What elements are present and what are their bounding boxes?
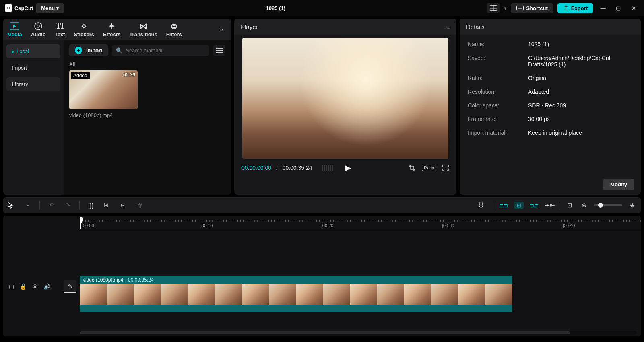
tab-transitions[interactable]: ⋈Transitions — [129, 22, 157, 37]
side-import[interactable]: Import — [6, 61, 60, 75]
side-local[interactable]: ▸Local — [6, 44, 60, 58]
link-button[interactable]: ⇥⇤ — [545, 202, 553, 209]
tab-effects[interactable]: ✦Effects — [103, 22, 120, 37]
media-content: + Import 🔍 All Added 00:36 — [64, 40, 231, 195]
magnet-center-button[interactable]: ⊞ — [514, 202, 524, 209]
magnet-left-button[interactable]: ⊏⊐ — [499, 202, 508, 209]
preview-button[interactable]: ⊡ — [565, 202, 574, 209]
detail-ratio-value: Original — [528, 75, 633, 81]
tab-stickers[interactable]: ✧Stickers — [74, 22, 94, 37]
thumbnail-image: Added 00:36 — [69, 70, 138, 109]
clip-filename: video (1080p).mp4 — [83, 277, 123, 283]
detail-resolution-label: Resolution: — [468, 89, 528, 95]
track-mute-icon[interactable]: 🔊 — [43, 283, 50, 290]
search-box[interactable]: 🔍 — [112, 45, 209, 56]
crop-icon[interactable] — [408, 164, 416, 172]
detail-saved-label: Saved: — [468, 55, 528, 68]
plus-icon: + — [75, 47, 82, 54]
media-tabs: Media Audio TIText ✧Stickers ✦Effects ⋈T… — [3, 19, 231, 40]
player-menu-icon[interactable]: ≡ — [446, 23, 450, 30]
added-badge: Added — [71, 72, 90, 79]
split-tool[interactable]: ][ — [87, 202, 96, 209]
search-input[interactable] — [126, 47, 205, 54]
all-label: All — [69, 61, 225, 67]
list-view-button[interactable] — [213, 45, 225, 56]
transitions-icon: ⋈ — [139, 22, 147, 31]
redo-button[interactable]: ↷ — [63, 202, 72, 209]
import-button[interactable]: + Import — [69, 44, 108, 56]
detail-name-label: Name: — [468, 41, 528, 47]
tab-text[interactable]: TIText — [55, 22, 65, 37]
clip-frames — [80, 284, 512, 305]
timeline-scrollbar[interactable] — [80, 331, 637, 335]
zoom-in-button[interactable]: ⊕ — [628, 202, 637, 209]
player-viewport[interactable] — [242, 38, 448, 159]
cursor-tool[interactable] — [7, 202, 16, 209]
timeline-clip[interactable]: video (1080p).mp4 00:00:35:24 — [80, 276, 512, 312]
detail-framerate-label: Frame rate: — [468, 116, 528, 122]
fullscreen-icon[interactable] — [442, 164, 449, 171]
timeline-toolbar: ▾ ↶ ↷ ][ 🗑 ⊏⊐ ⊞ ⊐⊏ ⇥⇤ ⊡ ⊖ ⊕ — [3, 197, 641, 213]
effects-icon: ✦ — [108, 22, 115, 31]
detail-resolution-value: Adapted — [528, 89, 633, 95]
logo-icon: ✂ — [5, 4, 12, 12]
chevron-down-icon[interactable]: ▾ — [504, 5, 507, 11]
trim-right-tool[interactable] — [119, 202, 128, 208]
detail-colorspace-value: SDR - Rec.709 — [528, 102, 633, 109]
delete-button[interactable]: 🗑 — [135, 202, 144, 209]
upload-icon — [563, 5, 569, 11]
details-panel: Details Name:1025 (1) Saved:C:/Users/Adm… — [460, 19, 641, 195]
keyboard-icon — [516, 6, 524, 10]
track-lock-icon[interactable]: 🔓 — [20, 283, 27, 290]
playhead[interactable] — [80, 218, 80, 229]
track-video-icon[interactable]: ▢ — [9, 283, 14, 290]
play-button[interactable]: ▶ — [345, 163, 351, 172]
clip-duration: 00:00:35:24 — [128, 277, 153, 283]
ratio-button[interactable]: Ratio — [422, 165, 436, 171]
timecode-total: 00:00:35:24 — [283, 165, 312, 171]
shortcut-button[interactable]: Shortcut — [511, 3, 553, 13]
tab-filters[interactable]: ⊚Filters — [166, 22, 182, 37]
zoom-out-button[interactable]: ⊖ — [580, 202, 588, 209]
cursor-dropdown[interactable]: ▾ — [23, 203, 32, 208]
project-title: 1025 (1) — [67, 5, 484, 11]
thumbnail-name: video (1080p).mp4 — [69, 112, 138, 118]
tab-media[interactable]: Media — [7, 22, 22, 37]
side-library[interactable]: Library — [6, 77, 60, 91]
menu-button[interactable]: Menu ▾ — [36, 3, 64, 13]
maximize-button[interactable]: ▢ — [613, 2, 624, 14]
svg-rect-11 — [480, 202, 482, 206]
mic-button[interactable] — [478, 202, 487, 209]
magnet-right-button[interactable]: ⊐⊏ — [529, 202, 539, 209]
player-title: Player — [241, 23, 258, 30]
track-visibility-icon[interactable]: 👁 — [32, 283, 38, 290]
media-side-list: ▸Local Import Library — [3, 40, 64, 195]
details-title: Details — [466, 23, 485, 30]
chevron-down-icon: ▾ — [56, 5, 59, 11]
timeline-ruler[interactable]: 00:00 |00:10 |00:20 |00:30 |00:40 — [80, 217, 641, 229]
tab-audio[interactable]: Audio — [31, 22, 46, 37]
edit-track-button[interactable]: ✎ — [64, 280, 76, 293]
timeline-tracks[interactable]: 00:00 |00:10 |00:20 |00:30 |00:40 video … — [80, 216, 641, 336]
undo-button[interactable]: ↶ — [47, 202, 56, 209]
modify-button[interactable]: Modify — [603, 179, 634, 190]
timecode-current: 00:00:00:00 — [242, 165, 271, 171]
app-logo: ✂ CapCut — [5, 4, 33, 12]
layout-button[interactable] — [487, 3, 500, 13]
detail-ratio-label: Ratio: — [468, 75, 528, 81]
search-icon: 🔍 — [116, 47, 122, 54]
trim-left-tool[interactable] — [103, 202, 112, 208]
svg-point-7 — [37, 25, 39, 27]
more-tabs-button[interactable]: » — [216, 26, 227, 33]
detail-colorspace-label: Color space: — [468, 102, 528, 109]
export-button[interactable]: Export — [557, 3, 593, 13]
media-thumbnail[interactable]: Added 00:36 video (1080p).mp4 — [69, 70, 138, 118]
detail-import-value: Keep in original place — [528, 130, 633, 136]
minimize-button[interactable]: — — [597, 2, 609, 14]
filters-icon: ⊚ — [171, 22, 178, 31]
detail-name-value: 1025 (1) — [528, 41, 633, 47]
zoom-slider[interactable] — [594, 204, 622, 206]
timeline: ▢ 🔓 👁 🔊 ✎ 00:00 |00:10 |00:20 |00:30 |00… — [3, 216, 641, 336]
titlebar: ✂ CapCut Menu ▾ 1025 (1) ▾ Shortcut Expo… — [0, 0, 644, 16]
close-button[interactable]: ✕ — [628, 2, 639, 14]
